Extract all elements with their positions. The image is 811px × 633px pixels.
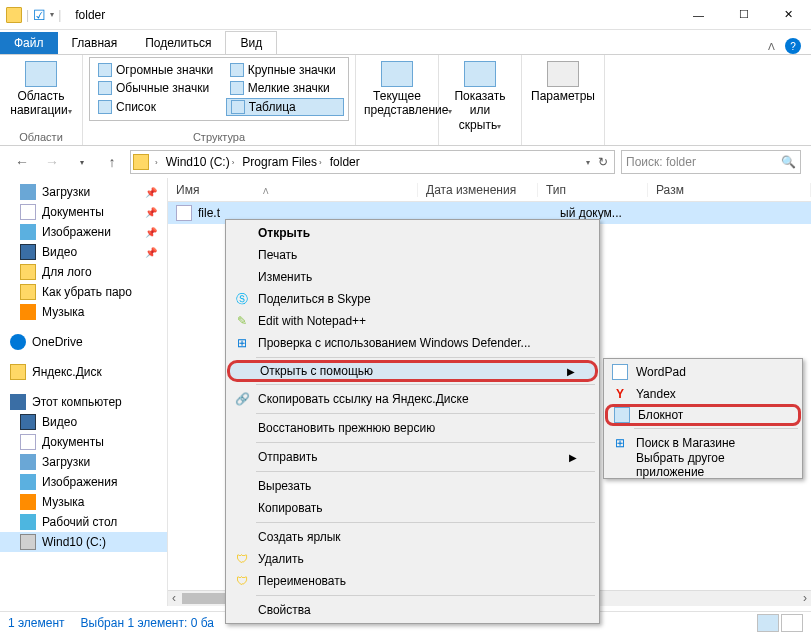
tab-view[interactable]: Вид (225, 31, 277, 54)
navigation-bar: ← → ▾ ↑ › Wind10 (C:)› Program Files› fo… (0, 146, 811, 178)
skype-icon: Ⓢ (234, 291, 250, 307)
search-placeholder: Поиск: folder (626, 155, 696, 169)
sidebar-onedrive[interactable]: OneDrive (0, 332, 167, 352)
sidebar-desktop[interactable]: Рабочий стол (0, 512, 167, 532)
context-menu: Открыть Печать Изменить ⓈПоделиться в Sk… (225, 219, 600, 624)
ctx-delete[interactable]: 🛡Удалить (228, 548, 597, 570)
layout-large[interactable]: Крупные значки (226, 62, 344, 78)
sidebar-howto[interactable]: Как убрать паро (0, 282, 167, 302)
layout-table[interactable]: Таблица (226, 98, 344, 116)
sub-wordpad[interactable]: WordPad (606, 361, 800, 383)
separator (634, 428, 798, 429)
maximize-button[interactable]: ☐ (721, 0, 766, 30)
sidebar-video[interactable]: Видео📌 (0, 242, 167, 262)
documents-icon (20, 434, 36, 450)
breadcrumb-root[interactable]: › (151, 158, 162, 167)
navigation-pane-button[interactable]: Область навигации▾ (6, 57, 76, 122)
pictures-icon (20, 224, 36, 240)
ctx-send-to[interactable]: Отправить▶ (228, 446, 597, 468)
recent-button[interactable]: ▾ (70, 150, 94, 174)
up-button[interactable]: ↑ (100, 150, 124, 174)
sidebar-thispc[interactable]: Этот компьютер (0, 392, 167, 412)
tab-home[interactable]: Главная (58, 32, 132, 54)
col-type[interactable]: Тип (538, 183, 648, 197)
sub-notepad[interactable]: Блокнот (605, 404, 801, 426)
ctx-skype[interactable]: ⓈПоделиться в Skype (228, 288, 597, 310)
folder-icon (20, 264, 36, 280)
list-icon (98, 100, 112, 114)
checkbox-icon[interactable]: ☑ (33, 7, 46, 23)
sidebar-music2[interactable]: Музыка (0, 492, 167, 512)
sidebar-forlogo[interactable]: Для лого (0, 262, 167, 282)
huge-icon (98, 63, 112, 77)
sidebar-video2[interactable]: Видео (0, 412, 167, 432)
minimize-button[interactable]: — (676, 0, 721, 30)
large-icon (230, 63, 244, 77)
qat-dropdown[interactable]: ▾ (50, 10, 54, 19)
breadcrumb-drive[interactable]: Wind10 (C:)› (162, 155, 239, 169)
ctx-properties[interactable]: Свойства (228, 599, 597, 621)
layout-small[interactable]: Мелкие значки (226, 80, 344, 96)
col-name[interactable]: Имя ᐱ (168, 183, 418, 197)
ctx-open-with[interactable]: Открыть с помощью▶ (227, 360, 598, 382)
defender-icon: ⊞ (234, 335, 250, 351)
sidebar-documents[interactable]: Документы📌 (0, 202, 167, 222)
ctx-print[interactable]: Печать (228, 244, 597, 266)
ctx-shortcut[interactable]: Создать ярлык (228, 526, 597, 548)
refresh-icon[interactable]: ↻ (594, 155, 612, 169)
ctx-open[interactable]: Открыть (228, 222, 597, 244)
status-selected: Выбран 1 элемент: 0 ба (81, 616, 214, 630)
tab-share[interactable]: Поделиться (131, 32, 225, 54)
qat-divider: | (58, 8, 61, 22)
sidebar-drive-c[interactable]: Wind10 (C:) (0, 532, 167, 552)
address-dropdown-icon[interactable]: ▾ (582, 158, 594, 167)
ctx-copy[interactable]: Копировать (228, 497, 597, 519)
pane-icon (25, 61, 57, 87)
layout-huge[interactable]: Огромные значки (94, 62, 222, 78)
forward-button[interactable]: → (40, 150, 64, 174)
pictures-icon (20, 474, 36, 490)
ctx-defender[interactable]: ⊞Проверка с использованием Windows Defen… (228, 332, 597, 354)
ctx-cut[interactable]: Вырезать (228, 475, 597, 497)
separator (256, 471, 595, 472)
view-details-button[interactable] (757, 614, 779, 632)
ribbon-collapse-icon[interactable]: ᐱ (768, 41, 775, 52)
notepad-icon (614, 407, 630, 423)
sub-other[interactable]: Выбрать другое приложение (606, 454, 800, 476)
help-icon[interactable]: ? (785, 38, 801, 54)
breadcrumb-programfiles[interactable]: Program Files› (238, 155, 325, 169)
address-bar[interactable]: › Wind10 (C:)› Program Files› folder ▾ ↻ (130, 150, 615, 174)
ctx-yandex-link[interactable]: 🔗Скопировать ссылку на Яндекс.Диске (228, 388, 597, 410)
sidebar-yadisk[interactable]: Яндекс.Диск (0, 362, 167, 382)
sidebar-pictures2[interactable]: Изображения (0, 472, 167, 492)
ctx-notepadpp[interactable]: ✎Edit with Notepad++ (228, 310, 597, 332)
back-button[interactable]: ← (10, 150, 34, 174)
options-button[interactable]: Параметры (528, 57, 598, 107)
layout-normal[interactable]: Обычные значки (94, 80, 222, 96)
close-button[interactable]: ✕ (766, 0, 811, 30)
sub-yandex[interactable]: YYandex (606, 383, 800, 405)
group-label-layout: Структура (89, 129, 349, 145)
layout-list[interactable]: Список (94, 98, 222, 116)
ribbon-group-panes: Область навигации▾ Области (0, 55, 83, 145)
col-date[interactable]: Дата изменения (418, 183, 538, 197)
ctx-rename[interactable]: 🛡Переименовать (228, 570, 597, 592)
file-name: file.t (198, 206, 440, 220)
sidebar-downloads[interactable]: Загрузки📌 (0, 182, 167, 202)
ctx-edit[interactable]: Изменить (228, 266, 597, 288)
downloads-icon (20, 454, 36, 470)
ctx-restore[interactable]: Восстановить прежнюю версию (228, 417, 597, 439)
sidebar-documents2[interactable]: Документы (0, 432, 167, 452)
sidebar-pictures[interactable]: Изображени📌 (0, 222, 167, 242)
title-bar: | ☑ ▾ | folder — ☐ ✕ (0, 0, 811, 30)
tab-file[interactable]: Файл (0, 32, 58, 54)
col-size[interactable]: Разм (648, 183, 811, 197)
current-view-button[interactable]: Текущее представление▾ (362, 57, 432, 122)
search-input[interactable]: Поиск: folder 🔍 (621, 150, 801, 174)
show-hide-button[interactable]: Показать или скрыть▾ (445, 57, 515, 136)
breadcrumb-folder[interactable]: folder (326, 155, 364, 169)
sidebar-downloads2[interactable]: Загрузки (0, 452, 167, 472)
sidebar-music[interactable]: Музыка (0, 302, 167, 322)
view-thumbs-button[interactable] (781, 614, 803, 632)
column-headers: Имя ᐱ Дата изменения Тип Разм (168, 178, 811, 202)
